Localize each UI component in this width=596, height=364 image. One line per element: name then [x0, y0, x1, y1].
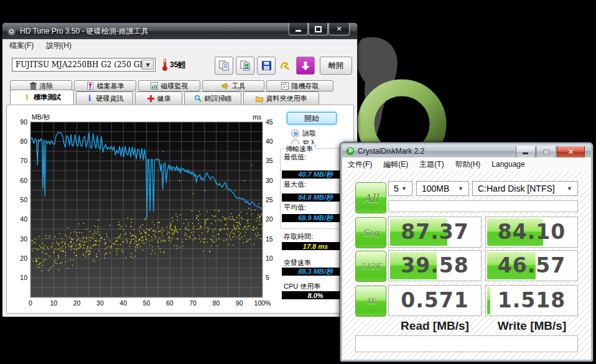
- 4k-write-cell: 1.518: [485, 285, 578, 316]
- svg-text:80: 80: [20, 138, 27, 145]
- svg-text:30: 30: [20, 235, 27, 243]
- tab-health[interactable]: 健康: [135, 91, 182, 105]
- tab-disk-info[interactable]: i 硬碟資訊: [76, 91, 133, 105]
- download-button[interactable]: [296, 57, 315, 75]
- benchmark-chart: MB/秒ms1020304050607080905101520253035404…: [8, 112, 280, 311]
- burst-rate-label: 突發速率: [284, 258, 311, 268]
- cdm-minimize-button[interactable]: [516, 146, 536, 158]
- hdtune-titlebar[interactable]: HD Tune Pro 3.50 - 硬碟檢測-維護工具 ✕: [2, 23, 357, 39]
- cdm-maximize-button[interactable]: [536, 146, 556, 158]
- tab-label: 磁碟監視: [161, 82, 189, 91]
- radio-read[interactable]: 讀取: [291, 129, 316, 138]
- magnifier-icon: [194, 95, 202, 103]
- svg-text:25: 25: [266, 196, 273, 203]
- exit-button[interactable]: 離開: [320, 57, 352, 75]
- read-column-header: Read [MB/s]: [388, 319, 482, 333]
- min-value: 40.7 MB/秒: [282, 170, 349, 179]
- access-time-label: 存取時間:: [284, 232, 313, 241]
- tab-label: 工具: [232, 82, 246, 91]
- svg-text:20: 20: [73, 299, 81, 307]
- save-icon: [261, 60, 272, 71]
- all-test-button[interactable]: All: [355, 182, 386, 213]
- test-size-value: 100MB: [422, 184, 449, 194]
- seq-test-button[interactable]: Seq: [355, 217, 386, 248]
- cdm-menu-language[interactable]: Language: [486, 158, 530, 170]
- tab-file-benchmark[interactable]: 檔案基準: [74, 80, 136, 91]
- tab-error-scan[interactable]: 錯誤掃瞄: [184, 91, 241, 105]
- svg-text:15: 15: [266, 235, 273, 243]
- copy-text-icon: [219, 60, 230, 71]
- seq-test-label: Seq: [363, 228, 379, 238]
- svg-text:5: 5: [266, 274, 269, 281]
- 4k-read-cell: 0.571: [388, 285, 482, 316]
- seq-read-cell: 87.37: [388, 217, 482, 248]
- tab-label: 檔案基準: [97, 82, 124, 91]
- cdm-close-button[interactable]: ✕: [557, 146, 585, 158]
- cdm-menu-file[interactable]: 文件(F): [342, 157, 378, 172]
- svg-text:0: 0: [29, 299, 32, 307]
- save-button[interactable]: [257, 57, 276, 75]
- svg-text:ms: ms: [253, 113, 261, 121]
- options-button[interactable]: [276, 57, 294, 75]
- start-button-label: 開始: [304, 113, 319, 124]
- drive-select[interactable]: FUJITSU MJA2250BH G2 (250 GB) ▼: [12, 58, 156, 72]
- target-drive-select[interactable]: C:Hard Disk [NTFS]▼: [472, 181, 578, 196]
- download-arrow-icon: [301, 61, 310, 71]
- tab-label: 健康: [157, 94, 171, 103]
- svg-text:40: 40: [266, 138, 273, 145]
- radio-read-label: 讀取: [302, 129, 316, 138]
- menu-help[interactable]: 說明(H): [40, 39, 78, 52]
- cdm-menu-help[interactable]: 帮助(H): [450, 157, 487, 172]
- cpu-usage-value: 8.0%: [282, 291, 349, 299]
- tab-label: 資料夾使用率: [266, 94, 307, 103]
- folder-icon: [256, 95, 264, 103]
- random-access-icon: [281, 82, 289, 90]
- maximize-button[interactable]: [309, 23, 328, 35]
- hdtune-toolbar: FUJITSU MJA2250BH G2 (250 GB) ▼ 35蚓 離開: [3, 52, 356, 80]
- tab-benchmark-active[interactable]: ! 標準測試: [10, 90, 74, 105]
- copy-text-button[interactable]: [215, 57, 233, 75]
- options-icon: [279, 60, 291, 72]
- 4k-test-button[interactable]: 4K: [355, 286, 386, 317]
- close-button[interactable]: ✕: [328, 23, 350, 35]
- 512k-read-value: 39.58: [389, 253, 481, 278]
- cdm-client-area: All 5▼ 100MB▼ C:Hard Disk [NTFS]▼ Seq 87…: [342, 171, 591, 360]
- test-count-select[interactable]: 5▼: [388, 181, 412, 196]
- cdm-window-title: CrystalDiskMark 2.2: [358, 147, 424, 156]
- tab-tools[interactable]: 工具: [202, 80, 264, 91]
- svg-text:90: 90: [20, 118, 27, 126]
- tab-disk-monitor[interactable]: 磁碟監視: [138, 80, 200, 91]
- copy-image-button[interactable]: [236, 57, 254, 75]
- all-test-label: All: [363, 192, 379, 205]
- svg-text:30: 30: [266, 177, 273, 184]
- svg-text:70: 70: [20, 157, 27, 164]
- 512k-test-button[interactable]: 512K: [355, 251, 386, 282]
- 4k-read-value: 0.571: [389, 288, 481, 312]
- svg-text:20: 20: [20, 254, 27, 262]
- tab-random-access[interactable]: 隨機存取: [266, 80, 333, 91]
- tab-folder-usage[interactable]: 資料夾使用率: [243, 91, 319, 105]
- min-label: 最低值:: [284, 152, 306, 162]
- svg-text:MB/秒: MB/秒: [32, 113, 50, 121]
- 4k-test-label: 4K: [366, 297, 376, 306]
- start-button[interactable]: 開始: [287, 112, 337, 124]
- file-benchmark-icon: [86, 82, 95, 90]
- svg-text:20: 20: [266, 215, 273, 223]
- cdm-menu-theme[interactable]: 主題(T): [414, 157, 449, 172]
- exit-button-label: 離開: [328, 60, 343, 71]
- svg-text:10: 10: [266, 254, 273, 262]
- cdm-menu-edit[interactable]: 編輯(E): [378, 157, 414, 172]
- svg-text:50: 50: [20, 196, 27, 203]
- menu-file[interactable]: 檔案(F): [3, 39, 40, 52]
- svg-text:35: 35: [266, 157, 273, 164]
- cdm-app-icon: [346, 147, 355, 156]
- temperature-value: 35蚓: [170, 60, 185, 70]
- svg-text:50: 50: [143, 299, 151, 307]
- write-column-header: Write [MB/s]: [485, 319, 579, 333]
- cdm-titlebar[interactable]: CrystalDiskMark 2.2 ✕: [342, 144, 591, 157]
- minimize-button[interactable]: [289, 23, 308, 35]
- test-size-select[interactable]: 100MB▼: [416, 181, 469, 196]
- tab-label: 標準測試: [34, 93, 61, 102]
- status-field: [388, 200, 578, 212]
- comment-field[interactable]: [355, 335, 578, 352]
